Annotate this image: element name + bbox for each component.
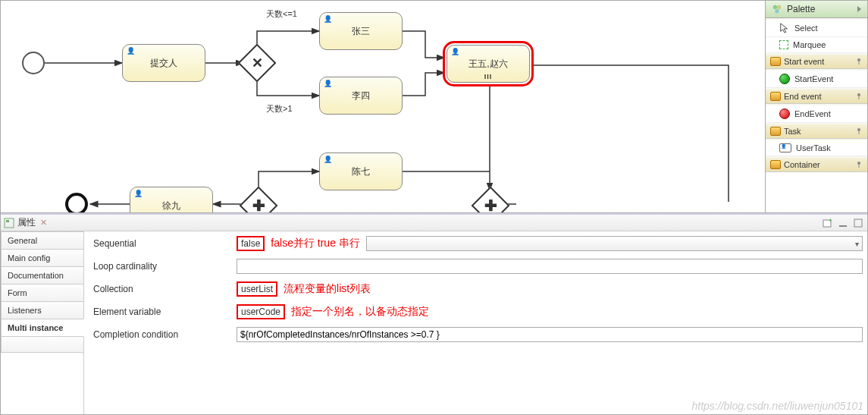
svg-point-5 [857,58,860,61]
tool-marquee[interactable]: Marquee [766,37,867,53]
input-loop-cardinality[interactable] [237,259,863,274]
marquee-icon [779,40,788,49]
row-loop-cardinality: Loop cardinality [89,259,863,274]
palette-item-usertask[interactable]: UserTask [766,140,867,156]
group-container[interactable]: Container [766,158,867,172]
task-label: 王五,赵六 [468,58,507,71]
triangle-right-icon [857,6,861,12]
end-event-node[interactable] [65,193,88,212]
svg-rect-18 [854,219,862,227]
input-completion-condition[interactable] [237,327,863,342]
multi-instance-marker: III [484,73,493,80]
properties-tab-list: General Main config Documentation Form L… [1,231,84,414]
group-label: Container [784,160,820,169]
row-sequential: Sequential false false并行 true 串行 [89,236,863,251]
start-event-node[interactable] [22,52,45,74]
task-submit[interactable]: 👤提交人 [122,44,205,82]
item-label: UserTask [796,143,831,152]
palette-item-endevent[interactable]: EndEvent [766,105,867,123]
item-label: StartEvent [794,74,833,83]
new-view-icon[interactable]: + [822,217,834,229]
svg-point-11 [857,162,860,165]
group-task[interactable]: Task [766,124,867,139]
cursor-icon [779,23,790,33]
parallel-gateway-left[interactable] [240,187,278,212]
folder-icon [770,57,781,66]
end-event-icon [779,108,790,119]
svg-point-4 [775,9,779,13]
task-lisi[interactable]: 👤李四 [319,77,403,115]
group-label: Start event [784,57,824,66]
item-label: EndEvent [794,109,831,118]
tab-multi-instance[interactable]: Multi instance [1,319,84,337]
folder-icon [770,127,781,136]
pin-icon [855,58,863,65]
bpmn-canvas[interactable]: 👤提交人 天数<=1 天数>1 👤张三 👤李四 👤王五,赵六III 👤陈七 👤徐… [1,1,765,212]
folder-icon [770,160,781,169]
label-element-variable: Element variable [89,307,237,317]
palette-title: Palette [787,4,815,14]
palette-panel: Palette Select Marquee Start event [765,1,867,212]
group-start-event[interactable]: Start event [766,55,867,69]
editor-top: 👤提交人 天数<=1 天数>1 👤张三 👤李四 👤王五,赵六III 👤陈七 👤徐… [1,1,867,213]
tool-label: Select [794,24,818,33]
svg-rect-13 [5,219,14,228]
palette-header[interactable]: Palette [766,1,867,18]
task-label: 张三 [352,25,370,38]
label-completion-condition: Completion condition [89,329,237,340]
usertask-icon [779,143,791,152]
maximize-icon[interactable] [852,217,864,229]
user-icon: 👤 [127,47,135,55]
svg-text:+: + [829,218,832,224]
user-icon: 👤 [324,80,332,87]
task-label: 徐九 [162,200,180,212]
task-label: 李四 [352,90,370,102]
minimize-icon[interactable] [837,217,849,229]
task-label: 提交人 [150,57,177,70]
annotation-element-variable: 指定一个别名，以备动态指定 [291,305,429,319]
folder-icon [770,92,781,101]
task-zhangsan[interactable]: 👤张三 [319,12,403,50]
palette-icon [772,4,782,14]
svg-point-2 [773,5,777,9]
tool-label: Marquee [793,40,826,49]
close-tab-icon[interactable]: ✕ [40,218,47,228]
tab-listeners[interactable]: Listeners [1,301,84,319]
tool-select[interactable]: Select [766,20,867,37]
task-chenqi[interactable]: 👤陈七 [319,152,403,190]
annotation-collection: 流程变量的list列表 [284,282,371,296]
properties-body: General Main config Documentation Form L… [1,231,867,414]
parallel-gateway-right[interactable] [472,187,510,212]
label-sequential: Sequential [89,238,237,249]
edge-label-le1: 天数<=1 [266,8,297,20]
exclusive-gateway[interactable] [238,44,277,83]
svg-rect-14 [6,220,9,222]
tab-form[interactable]: Form [1,284,84,302]
task-xujiu[interactable]: 👤徐九 [130,187,213,212]
value-element-variable[interactable]: userCode [237,304,285,319]
tab-empty[interactable] [1,336,84,353]
tab-general[interactable]: General [1,231,84,250]
group-end-event[interactable]: End event [766,90,867,104]
svg-point-7 [857,93,860,96]
task-label: 陈七 [352,165,370,178]
tab-documentation[interactable]: Documentation [1,266,84,285]
user-icon: 👤 [451,48,459,55]
app-root: 👤提交人 天数<=1 天数>1 👤张三 👤李四 👤王五,赵六III 👤陈七 👤徐… [0,0,868,415]
properties-tab-header: 属性 ✕ + [1,215,867,231]
value-collection[interactable]: userList [237,281,277,297]
pin-icon [855,93,863,100]
user-icon: 👤 [324,156,332,163]
row-element-variable: Element variable userCode 指定一个别名，以备动态指定 [89,304,863,319]
tab-main-config[interactable]: Main config [1,249,84,267]
user-icon: 👤 [134,190,143,197]
select-sequential[interactable] [366,236,863,251]
value-sequential[interactable]: false [237,236,265,251]
label-loop-cardinality: Loop cardinality [89,261,237,272]
pin-icon [855,161,863,168]
group-label: End event [784,92,822,101]
task-wangwu-zhaoliu[interactable]: 👤王五,赵六III [447,45,530,83]
edge-label-gt1: 天数>1 [266,103,293,115]
palette-item-startevent[interactable]: StartEvent [766,71,867,88]
row-completion-condition: Completion condition [89,327,863,342]
